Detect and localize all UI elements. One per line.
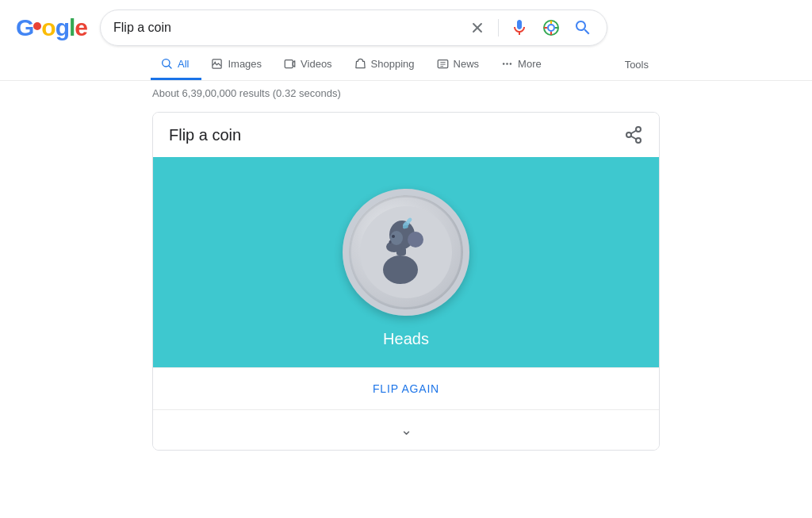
tab-videos-label: Videos xyxy=(301,58,332,70)
tab-all[interactable]: All xyxy=(151,49,201,80)
logo-dot-container xyxy=(33,22,41,30)
logo-l: l xyxy=(69,14,75,41)
tab-images[interactable]: Images xyxy=(201,50,274,80)
svg-point-30 xyxy=(392,235,395,238)
coin-card-title: Flip a coin xyxy=(169,126,241,144)
main-content: Flip a coin xyxy=(0,106,812,457)
coin-face xyxy=(351,198,461,307)
news-tab-icon xyxy=(437,58,449,70)
search-icon xyxy=(573,18,592,37)
images-tab-icon xyxy=(211,58,223,70)
logo-g2: g xyxy=(56,14,69,41)
tab-more[interactable]: More xyxy=(492,50,554,80)
svg-point-19 xyxy=(626,132,631,137)
tools-label: Tools xyxy=(625,59,649,71)
all-tab-icon xyxy=(160,57,173,70)
svg-point-15 xyxy=(503,63,505,65)
header: Gogle xyxy=(0,0,812,46)
tools-button[interactable]: Tools xyxy=(612,51,661,79)
tab-videos[interactable]: Videos xyxy=(274,50,345,80)
shopping-tab-icon xyxy=(354,58,366,70)
more-tab-icon xyxy=(501,58,513,70)
results-info: About 6,39,00,000 results (0.32 seconds) xyxy=(0,81,812,106)
voice-search-button[interactable] xyxy=(508,17,530,39)
coin-card-header: Flip a coin xyxy=(153,113,659,157)
coin-display-area[interactable]: Heads xyxy=(153,157,659,367)
svg-point-29 xyxy=(390,231,403,245)
expand-section[interactable]: ⌄ xyxy=(153,409,659,450)
svg-point-18 xyxy=(636,127,641,132)
svg-point-17 xyxy=(510,63,512,65)
svg-point-1 xyxy=(548,25,554,31)
logo-o: o xyxy=(41,14,55,41)
svg-line-7 xyxy=(169,66,171,68)
tab-images-label: Images xyxy=(228,58,262,70)
tab-all-label: All xyxy=(178,58,189,70)
svg-point-27 xyxy=(383,255,418,284)
google-logo[interactable]: Gogle xyxy=(16,14,87,41)
tab-shopping[interactable]: Shopping xyxy=(345,50,427,80)
microphone-icon xyxy=(510,18,529,37)
results-count: About 6,39,00,000 results (0.32 seconds) xyxy=(152,87,341,99)
coin-flip-card: Flip a coin xyxy=(152,112,660,451)
search-input[interactable] xyxy=(113,21,458,35)
nav-tabs: All Images Videos Shopping xyxy=(0,46,812,81)
tab-news[interactable]: News xyxy=(427,50,492,80)
svg-line-22 xyxy=(631,131,637,134)
coin-visual xyxy=(343,189,469,316)
videos-tab-icon xyxy=(284,58,296,70)
svg-point-20 xyxy=(636,138,641,143)
share-button[interactable] xyxy=(624,125,643,144)
lens-icon xyxy=(542,18,561,37)
coin-result-label: Heads xyxy=(383,330,429,348)
chevron-down-icon: ⌄ xyxy=(400,421,412,439)
tab-news-label: News xyxy=(454,58,480,70)
flip-again-button[interactable]: FLIP AGAIN xyxy=(373,382,439,395)
logo-e: e xyxy=(75,14,87,41)
search-submit-button[interactable] xyxy=(572,17,594,39)
logo-g: G xyxy=(16,14,33,41)
svg-point-16 xyxy=(506,63,508,65)
svg-line-21 xyxy=(631,136,637,140)
clear-search-button[interactable] xyxy=(466,17,488,39)
flip-again-section: FLIP AGAIN xyxy=(153,367,659,409)
search-bar-icons xyxy=(466,17,594,39)
svg-point-31 xyxy=(389,240,392,244)
image-search-button[interactable] xyxy=(540,17,562,39)
search-divider xyxy=(498,19,499,36)
svg-point-25 xyxy=(408,232,423,247)
tab-more-label: More xyxy=(518,58,542,70)
svg-rect-10 xyxy=(285,59,293,67)
tab-shopping-label: Shopping xyxy=(371,58,415,70)
coin-heads-svg xyxy=(358,205,454,300)
search-bar[interactable] xyxy=(100,10,607,46)
